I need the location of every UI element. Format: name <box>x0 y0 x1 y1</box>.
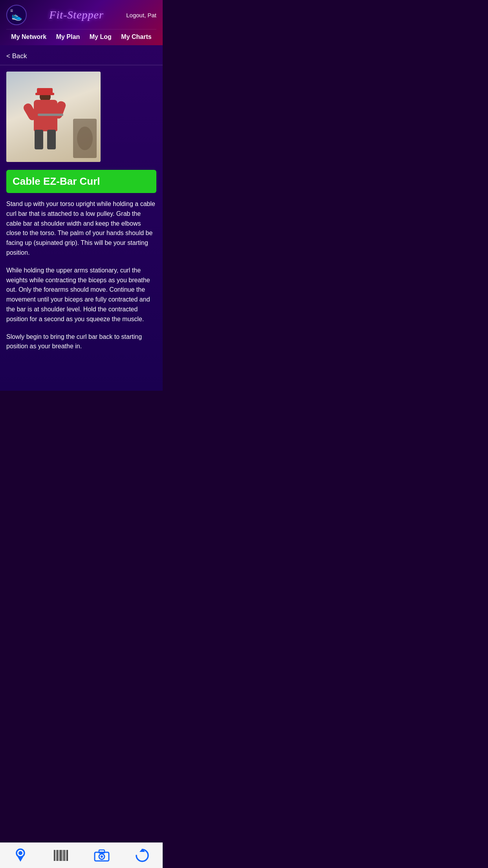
gym-equipment-bg <box>73 119 97 158</box>
exercise-title: Cable EZ-Bar Curl <box>13 175 100 187</box>
exercise-image <box>6 72 101 162</box>
figure-chain <box>38 114 63 116</box>
main-content: < Back Cable EZ-Bar Curl <box>0 45 163 391</box>
description-paragraph-3: Slowly begin to bring the curl bar back … <box>6 332 156 352</box>
exercise-image-container <box>0 72 163 170</box>
main-nav: My Network My Plan My Log My Charts <box>6 29 156 45</box>
nav-my-plan[interactable]: My Plan <box>56 33 80 40</box>
header-top: 👟 Fit-Stepper Logout, Pat <box>6 5 156 29</box>
figure-leg-right <box>47 130 56 149</box>
logout-button[interactable]: Logout, Pat <box>126 12 156 18</box>
nav-my-charts[interactable]: My Charts <box>121 33 151 40</box>
logo-button[interactable]: 👟 <box>6 5 27 25</box>
figure-leg-left <box>35 130 43 149</box>
header: 👟 Fit-Stepper Logout, Pat My Network My … <box>0 0 163 45</box>
nav-my-log[interactable]: My Log <box>90 33 112 40</box>
exercise-image-inner <box>6 72 101 162</box>
back-button[interactable]: < Back <box>0 45 163 65</box>
exercise-description: Stand up with your torso upright while h… <box>0 199 163 351</box>
logo-icon: 👟 <box>11 11 22 21</box>
figure-silhouette <box>26 91 65 154</box>
description-paragraph-1: Stand up with your torso upright while h… <box>6 199 156 258</box>
app-title: Fit-Stepper <box>49 9 104 21</box>
exercise-title-banner: Cable EZ-Bar Curl <box>6 170 156 193</box>
nav-my-network[interactable]: My Network <box>11 33 46 40</box>
description-paragraph-2: While holding the upper arms stationary,… <box>6 266 156 324</box>
figure-hat <box>37 88 53 94</box>
figure-body <box>34 100 57 131</box>
